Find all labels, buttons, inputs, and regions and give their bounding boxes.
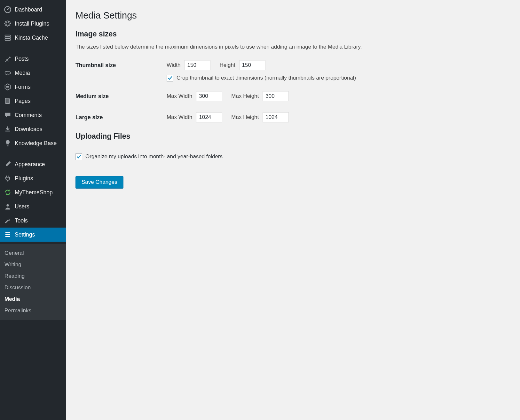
sidebar-label: Pages	[15, 97, 31, 105]
svg-rect-3	[5, 37, 11, 39]
sidebar-group-1: Dashboard Install Plugins Kinsta Cache	[0, 0, 66, 47]
page-title: Media Settings	[75, 10, 510, 21]
thumbnail-size-row: Thumbnail size Width Height Crop thumbna…	[75, 60, 510, 82]
sidebar-label: Dashboard	[15, 6, 42, 13]
pin-icon	[4, 55, 12, 63]
svg-point-9	[6, 232, 7, 233]
sidebar-item-tools[interactable]: Tools	[0, 214, 66, 228]
organize-uploads-label: Organize my uploads into month- and year…	[85, 153, 223, 160]
large-maxheight-input[interactable]	[263, 112, 289, 122]
sidebar-item-users[interactable]: Users	[0, 199, 66, 214]
medium-label: Medium size	[75, 91, 167, 100]
sidebar-item-install-plugins[interactable]: Install Plugins	[0, 17, 66, 31]
sidebar-label: Downloads	[15, 126, 43, 133]
comment-icon	[4, 111, 12, 119]
medium-size-row: Medium size Max Width Max Height	[75, 91, 510, 101]
user-icon	[4, 203, 12, 210]
sidebar-group-2: Posts Media Forms Pages Comments Downloa…	[0, 49, 66, 153]
large-maxwidth-label: Max Width	[167, 114, 192, 121]
sidebar-label: Kinsta Cache	[15, 34, 48, 42]
sidebar-group-3: Appearance Plugins MyThemeShop Users Too…	[0, 155, 66, 244]
sidebar-item-settings[interactable]: Settings	[0, 228, 66, 242]
uploading-files-heading: Uploading Files	[75, 132, 510, 141]
sidebar-label: Install Plugins	[15, 20, 49, 27]
svg-rect-4	[5, 39, 11, 41]
sidebar-item-plugins[interactable]: Plugins	[0, 171, 66, 185]
svg-point-5	[5, 71, 8, 74]
sidebar-label: MyThemeShop	[15, 189, 53, 196]
plug-icon	[4, 175, 12, 182]
svg-rect-2	[5, 35, 11, 37]
medium-maxheight-label: Max Height	[231, 93, 259, 99]
svg-point-8	[6, 204, 9, 206]
submenu-media[interactable]: Media	[0, 293, 66, 305]
large-label: Large size	[75, 112, 167, 121]
svg-point-1	[7, 9, 8, 10]
dashboard-icon	[4, 6, 12, 13]
image-sizes-heading: Image sizes	[75, 30, 510, 38]
sidebar-label: Plugins	[15, 175, 33, 182]
sidebar-label: Forms	[15, 83, 31, 91]
brush-icon	[4, 160, 12, 168]
main-content: Media Settings Image sizes The sizes lis…	[66, 0, 520, 420]
large-maxwidth-input[interactable]	[196, 112, 222, 122]
thumbnail-width-label: Width	[167, 62, 180, 68]
sidebar-item-comments[interactable]: Comments	[0, 108, 66, 122]
sidebar-item-mythemeshop[interactable]: MyThemeShop	[0, 185, 66, 199]
forms-icon	[4, 83, 12, 91]
sidebar-item-knowledge-base[interactable]: Knowledge Base	[0, 136, 66, 150]
thumbnail-height-label: Height	[219, 62, 235, 68]
submenu-discussion[interactable]: Discussion	[0, 282, 66, 293]
svg-point-10	[8, 234, 10, 235]
download-icon	[4, 125, 12, 133]
thumbnail-label: Thumbnail size	[75, 60, 167, 69]
sidebar-label: Appearance	[15, 161, 45, 168]
sidebar-item-dashboard[interactable]: Dashboard	[0, 3, 66, 17]
image-sizes-description: The sizes listed below determine the max…	[75, 43, 510, 51]
medium-maxwidth-label: Max Width	[167, 93, 192, 99]
sidebar-item-downloads[interactable]: Downloads	[0, 122, 66, 136]
sidebar-item-posts[interactable]: Posts	[0, 52, 66, 66]
submenu-reading[interactable]: Reading	[0, 270, 66, 282]
server-icon	[4, 34, 12, 42]
sidebar-label: Settings	[15, 231, 35, 238]
organize-uploads-checkbox[interactable]	[75, 153, 82, 160]
pages-icon	[4, 97, 12, 105]
sidebar-label: Users	[15, 203, 29, 210]
sidebar-item-forms[interactable]: Forms	[0, 80, 66, 94]
sliders-icon	[4, 231, 12, 238]
refresh-icon	[4, 189, 12, 196]
sidebar-label: Tools	[15, 217, 28, 224]
save-changes-button[interactable]: Save Changes	[75, 176, 123, 188]
sidebar-item-kinsta-cache[interactable]: Kinsta Cache	[0, 31, 66, 45]
thumbnail-width-input[interactable]	[184, 60, 210, 70]
svg-point-11	[7, 236, 8, 237]
sidebar-item-pages[interactable]: Pages	[0, 94, 66, 108]
crop-thumbnail-checkbox[interactable]	[167, 75, 173, 82]
thumbnail-height-input[interactable]	[239, 60, 265, 70]
large-maxheight-label: Max Height	[231, 114, 259, 121]
lightbulb-icon	[4, 139, 12, 147]
submenu-permalinks[interactable]: Permalinks	[0, 305, 66, 316]
sidebar-label: Posts	[15, 55, 29, 63]
gear-icon	[4, 20, 12, 27]
crop-thumbnail-label: Crop thumbnail to exact dimensions (norm…	[177, 75, 356, 81]
medium-maxheight-input[interactable]	[263, 91, 289, 101]
submenu-general[interactable]: General	[0, 247, 66, 259]
svg-rect-7	[6, 99, 10, 104]
organize-uploads-row: Organize my uploads into month- and year…	[75, 153, 510, 160]
admin-sidebar: Dashboard Install Plugins Kinsta Cache P…	[0, 0, 66, 420]
sidebar-label: Comments	[15, 112, 42, 119]
settings-submenu: General Writing Reading Discussion Media…	[0, 244, 66, 320]
medium-maxwidth-input[interactable]	[196, 91, 222, 101]
large-size-row: Large size Max Width Max Height	[75, 112, 510, 122]
wrench-icon	[4, 217, 12, 224]
sidebar-label: Media	[15, 69, 30, 77]
media-icon	[4, 69, 12, 77]
sidebar-item-appearance[interactable]: Appearance	[0, 157, 66, 171]
sidebar-label: Knowledge Base	[15, 140, 57, 147]
submenu-writing[interactable]: Writing	[0, 259, 66, 270]
sidebar-item-media[interactable]: Media	[0, 66, 66, 80]
